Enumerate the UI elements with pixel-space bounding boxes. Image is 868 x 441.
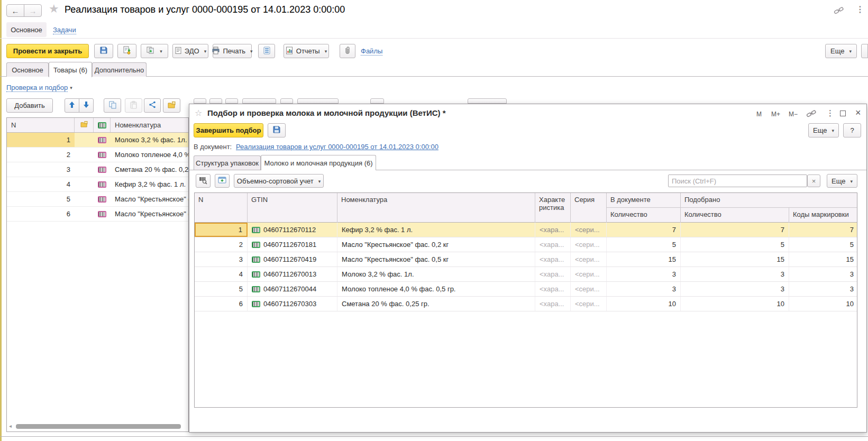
document-register-button[interactable]	[258, 44, 275, 58]
dialog-maximize-icon[interactable]	[840, 111, 846, 116]
hscroll-left-arrow-icon[interactable]: ◂	[9, 424, 12, 429]
print-caret	[248, 47, 253, 55]
horizontal-scrollbar-thumb[interactable]	[16, 424, 181, 429]
move-row-down-button[interactable]	[79, 98, 94, 113]
dialog-help-button[interactable]: ?	[843, 123, 861, 137]
post-and-close-label: Провести и закрыть	[13, 47, 82, 55]
selection-row[interactable]: 1 04607112670112 Кефир 3,2 % фас. 1 л. <…	[195, 223, 857, 237]
nav-tab-tasks[interactable]: Задачи	[53, 26, 76, 34]
add-row-button[interactable]: Добавить	[6, 98, 53, 113]
scale-m-minus-button[interactable]: M−	[789, 111, 798, 118]
favorite-star-icon[interactable]: ★	[49, 3, 59, 15]
window-more-caret	[847, 47, 852, 55]
print-button[interactable]: Печать	[213, 44, 252, 58]
add-row-label: Добавить	[14, 102, 44, 109]
table-more-button[interactable]: Еще	[827, 174, 857, 188]
selection-table-header[interactable]: N GTIN Номенклатура Характеристика Серия…	[195, 193, 857, 223]
create-based-on-button[interactable]	[141, 44, 168, 58]
goods-row-name: Масло "Крестьянское" ф	[111, 207, 189, 221]
cell-marking-codes: 3	[789, 282, 857, 296]
cell-doc-qty: 15	[607, 252, 681, 267]
nav-tab-main-label: Основное	[11, 26, 42, 34]
cell-doc-qty: 3	[607, 282, 681, 296]
goods-row[interactable]: 1 Молоко 3,2 % фас. 1л.	[7, 133, 189, 148]
window-menu-dots-icon[interactable]: ⋮	[856, 5, 864, 14]
tab-milk-products[interactable]: Молоко и молочная продукция (6)	[261, 155, 376, 170]
goods-row[interactable]: 4 Кефир 3,2 % фас. 1 л.	[7, 177, 189, 192]
tab-additional[interactable]: Дополнительно	[92, 62, 147, 77]
gtin-barcode-icon	[252, 227, 260, 233]
dialog-more-button[interactable]: Еще	[808, 123, 839, 137]
cell-marking-codes: 7	[789, 223, 857, 237]
tab-package-structure[interactable]: Структура упаковок	[194, 155, 261, 170]
unmarked-barcode-icon	[98, 167, 106, 173]
goods-row-marking-cell	[94, 133, 111, 147]
copy-button[interactable]	[104, 98, 121, 113]
forward-arrow-icon: →	[29, 7, 37, 15]
help-button-clipped[interactable]	[861, 44, 868, 58]
dialog-menu-dots-icon[interactable]: ⋮	[826, 109, 834, 117]
tab-goods-label: Товары (6)	[53, 66, 87, 74]
post-and-close-button[interactable]: Провести и закрыть	[6, 44, 89, 58]
tab-main[interactable]: Основное	[6, 62, 49, 77]
cell-gtin: 04607112670303	[248, 297, 337, 311]
goods-row[interactable]: 3 Сметана 20 % фас. 0,25	[7, 162, 189, 177]
covered-button-top	[297, 98, 339, 104]
goods-row-name: Молоко топленое 4,0 %	[111, 148, 189, 162]
covered-button-top	[209, 98, 222, 104]
finish-selection-button[interactable]: Завершить подбор	[194, 123, 263, 137]
in-document-label: В документ:	[194, 143, 232, 151]
goods-row[interactable]: 5 Масло "Крестьянское" ф	[7, 192, 189, 207]
col-selected: Подобрано	[681, 193, 857, 208]
tab-milk-products-label: Молоко и молочная продукция (6)	[264, 159, 372, 167]
gtin-barcode-icon	[252, 301, 260, 307]
selection-row[interactable]: 2 04607112670181 Масло "Крестьянское" фа…	[195, 237, 857, 252]
back-button[interactable]: ←	[6, 4, 24, 17]
finish-selection-label: Завершить подбор	[196, 126, 261, 134]
scan-barcode-button[interactable]	[196, 174, 211, 188]
search-input[interactable]	[668, 174, 807, 187]
load-table-button[interactable]	[215, 174, 230, 188]
attachments-button[interactable]	[340, 44, 355, 58]
nav-tab-main[interactable]: Основное	[6, 22, 47, 37]
dialog-get-link-icon[interactable]	[806, 109, 817, 120]
volume-accounting-button[interactable]: Объемно-сортовой учет	[234, 174, 324, 188]
save-icon	[99, 46, 108, 56]
dialog-favorite-star-icon[interactable]: ☆	[195, 109, 202, 117]
forward-button[interactable]: →	[24, 4, 42, 17]
selection-row[interactable]: 5 04607112670044 Молоко топленое 4,0 % ф…	[195, 282, 857, 297]
reports-button[interactable]: Отчеты	[284, 44, 329, 58]
scale-m-plus-button[interactable]: M+	[771, 111, 780, 118]
selection-row[interactable]: 6 04607112670303 Сметана 20 % фас. 0,25 …	[195, 297, 857, 311]
goods-row-status-cell	[75, 177, 94, 191]
cell-n: 6	[195, 297, 248, 311]
check-and-select-link[interactable]: Проверка и подбор	[6, 84, 72, 91]
dialog-save-button[interactable]	[268, 123, 286, 137]
set-status-button[interactable]	[163, 98, 180, 113]
save-button[interactable]	[94, 44, 113, 58]
selection-row[interactable]: 4 04607112670013 Молоко 3,2 % фас. 1л. <…	[195, 267, 857, 282]
form-bottom-edge	[0, 436, 868, 437]
tab-goods[interactable]: Товары (6)	[49, 62, 92, 77]
goods-row-marking-cell	[94, 207, 111, 221]
window-more-button[interactable]: Еще	[825, 44, 857, 58]
reorder-actions-button[interactable]	[144, 98, 161, 113]
dialog-close-icon[interactable]: ×	[855, 108, 861, 117]
goods-row-status-cell	[75, 162, 94, 177]
get-link-icon[interactable]	[834, 6, 844, 16]
scale-m-button[interactable]: M	[756, 111, 762, 118]
in-document-link[interactable]: Реализация товаров и услуг 0000-000195 о…	[236, 143, 438, 151]
goods-row[interactable]: 6 Масло "Крестьянское" ф	[7, 207, 189, 222]
edo-button[interactable]: ЭДО	[172, 44, 208, 58]
move-row-up-button[interactable]	[65, 98, 79, 113]
selection-row[interactable]: 3 04607112670419 Масло "Крестьянское" фа…	[195, 252, 857, 267]
edo-label: ЭДО	[185, 47, 199, 55]
cell-selected-qty: 3	[681, 267, 789, 281]
post-document-button[interactable]	[117, 44, 136, 58]
search-clear-button[interactable]: ×	[807, 174, 820, 187]
goods-table-header[interactable]: N Номенклатура	[7, 118, 189, 133]
goods-row[interactable]: 2 Молоко топленое 4,0 %	[7, 148, 189, 162]
paste-button[interactable]	[125, 98, 142, 113]
cell-gtin: 04607112670013	[248, 267, 337, 281]
files-link[interactable]: Файлы	[361, 47, 382, 55]
